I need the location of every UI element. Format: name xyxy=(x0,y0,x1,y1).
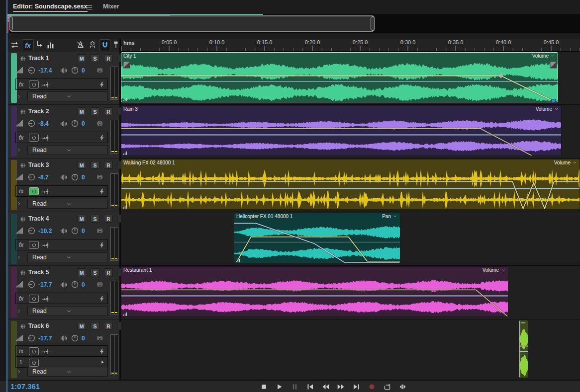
automation-mode-dropdown[interactable]: Read xyxy=(27,252,108,262)
pan-knob[interactable] xyxy=(71,334,79,342)
pan-knob[interactable] xyxy=(71,119,79,128)
track-expand-chevron[interactable] xyxy=(16,254,21,260)
freeze-track-button[interactable] xyxy=(98,134,105,142)
mute-button[interactable]: M xyxy=(77,161,86,169)
track-name[interactable]: Track 5 xyxy=(28,269,49,276)
clip-envelope-selector[interactable]: Pan xyxy=(382,214,397,219)
track-expand-chevron[interactable] xyxy=(16,93,21,99)
fx-power-button[interactable] xyxy=(29,80,39,88)
transport-play-button[interactable] xyxy=(273,382,285,391)
transport-pause-button[interactable] xyxy=(289,382,300,391)
navigator-window-right-handle[interactable] xyxy=(371,16,375,31)
arm-record-button[interactable]: R xyxy=(104,107,113,115)
clip-envelope-selector[interactable]: Volume xyxy=(483,267,505,273)
track-expand-chevron[interactable] xyxy=(16,147,21,153)
clip-envelope-selector[interactable]: Volume xyxy=(554,160,577,165)
automation-mode-dropdown[interactable]: Read xyxy=(27,145,108,155)
fx-power-button[interactable] xyxy=(29,347,39,355)
arm-record-button[interactable]: R xyxy=(104,322,113,330)
prefader-postfader-toggle[interactable] xyxy=(42,188,50,195)
automation-mode-dropdown[interactable]: Read xyxy=(27,306,108,316)
fx-power-button[interactable] xyxy=(29,187,39,195)
tab-editor[interactable]: Editor: Soundscape.sesx xyxy=(13,3,87,10)
timeline-lane-6[interactable] xyxy=(121,319,580,380)
clip-envelope-selector[interactable]: Volume xyxy=(536,106,559,112)
toolbar-metering-button[interactable] xyxy=(45,39,56,50)
pan-knob[interactable] xyxy=(71,280,79,289)
solo-button[interactable]: S xyxy=(91,322,99,330)
pan-knob[interactable] xyxy=(71,66,79,75)
prefader-postfader-toggle[interactable] xyxy=(42,241,50,249)
transport-rewind-button[interactable] xyxy=(319,382,331,391)
mute-button[interactable]: M xyxy=(77,215,86,223)
clip-rain-3[interactable]: Rain 3Volume xyxy=(121,105,562,156)
solo-button[interactable]: S xyxy=(91,107,99,115)
volume-value[interactable]: -17.4 xyxy=(38,67,52,74)
mute-button[interactable]: M xyxy=(77,322,86,330)
fx-power-button[interactable] xyxy=(29,241,39,249)
clip-helicopter-fx-01-48000-1[interactable]: Helicopter FX 01 48000 1Pan xyxy=(234,213,400,263)
timeline-ruler[interactable]: hms 0:05.00:10.00:15.00:20.00:25.00:30.0… xyxy=(121,39,580,52)
track-name[interactable]: Track 3 xyxy=(28,161,49,168)
toolbar-routing-button[interactable] xyxy=(34,39,45,50)
freeze-track-button[interactable] xyxy=(98,348,105,355)
automation-mode-dropdown[interactable]: Read xyxy=(27,199,108,209)
volume-knob[interactable] xyxy=(27,227,36,235)
toolbar-magnet-button[interactable] xyxy=(99,39,110,51)
transport-fast-forward-button[interactable] xyxy=(335,382,347,391)
tab-mixer[interactable]: Mixer xyxy=(103,3,119,10)
pan-value[interactable]: 0 xyxy=(82,228,85,235)
solo-button[interactable]: S xyxy=(91,215,99,223)
transport-stop-button[interactable] xyxy=(258,382,270,391)
transport-go-end-button[interactable] xyxy=(350,382,362,391)
mute-button[interactable]: M xyxy=(77,107,86,115)
track-name[interactable]: Track 2 xyxy=(28,108,49,115)
hamburger-icon[interactable] xyxy=(86,4,93,11)
mute-button[interactable]: M xyxy=(77,268,86,276)
track-expand-chevron[interactable] xyxy=(16,308,21,314)
volume-value[interactable]: -8.7 xyxy=(38,174,49,181)
track-name[interactable]: Track 4 xyxy=(28,215,49,222)
arm-record-button[interactable]: R xyxy=(104,54,113,62)
fx-slot-menu-button[interactable] xyxy=(99,359,105,366)
volume-value[interactable]: -17.7 xyxy=(38,281,52,288)
prefader-postfader-toggle[interactable] xyxy=(42,295,50,303)
toolbar-fx-button[interactable]: fx xyxy=(22,39,34,51)
clip-restaurant-1[interactable]: Restaurant 1Volume xyxy=(121,266,508,317)
pan-value[interactable]: 0 xyxy=(82,174,85,181)
freeze-track-button[interactable] xyxy=(98,241,105,249)
prefader-postfader-toggle[interactable] xyxy=(42,134,50,142)
pan-value[interactable]: 0 xyxy=(82,281,85,288)
clip-city-1[interactable]: City 1Volume xyxy=(121,52,558,102)
transport-loop-playback-button[interactable] xyxy=(381,382,393,391)
volume-knob[interactable] xyxy=(27,334,36,342)
track-name[interactable]: Track 6 xyxy=(28,322,49,329)
solo-button[interactable]: S xyxy=(91,161,99,169)
volume-knob[interactable] xyxy=(27,173,36,181)
pan-knob[interactable] xyxy=(71,173,79,181)
timeline-lanes[interactable]: City 1VolumeRain 3VolumeWalking FX 02 48… xyxy=(121,52,580,380)
volume-value[interactable]: -17.7 xyxy=(38,335,52,342)
toolbar-metronome-button[interactable] xyxy=(76,39,86,50)
arm-record-button[interactable]: R xyxy=(104,215,113,223)
fx-power-button[interactable] xyxy=(29,295,39,303)
freeze-track-button[interactable] xyxy=(98,81,105,88)
zoom-navigator[interactable] xyxy=(7,14,580,33)
volume-knob[interactable] xyxy=(27,119,36,128)
arm-record-button[interactable]: R xyxy=(104,161,113,169)
navigator-zoom-window[interactable] xyxy=(9,15,375,32)
navigator-window-left-handle[interactable] xyxy=(9,16,13,31)
arm-record-button[interactable]: R xyxy=(104,268,113,276)
fx-slot-power-button[interactable] xyxy=(29,359,39,367)
track-name[interactable]: Track 1 xyxy=(28,55,49,62)
toolbar-swap-button[interactable] xyxy=(9,39,20,50)
toolbar-snap-playhead-button[interactable] xyxy=(88,39,97,50)
prefader-postfader-toggle[interactable] xyxy=(42,348,50,355)
clip-small-5[interactable] xyxy=(519,320,528,378)
volume-knob[interactable] xyxy=(27,66,36,75)
pan-value[interactable]: 0 xyxy=(82,120,85,127)
track-expand-chevron[interactable] xyxy=(16,369,21,375)
automation-mode-dropdown[interactable]: Read xyxy=(27,367,108,377)
volume-knob[interactable] xyxy=(27,280,36,289)
solo-button[interactable]: S xyxy=(91,268,99,276)
